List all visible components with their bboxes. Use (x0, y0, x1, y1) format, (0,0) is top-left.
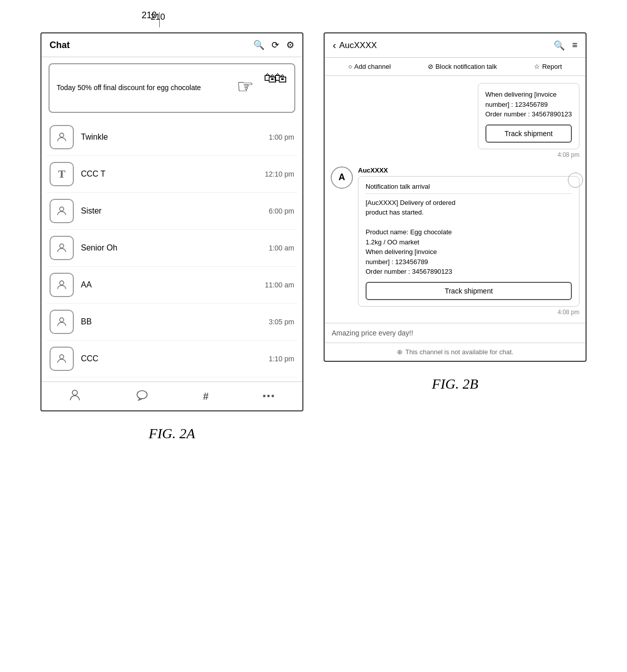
chat-item[interactable]: Twinkle 1:00 pm (47, 119, 297, 156)
report-label: Report (542, 63, 562, 70)
chat-item[interactable]: BB 3:05 pm (47, 304, 297, 341)
chat-item[interactable]: T CCC T 12:10 pm (47, 156, 297, 193)
message2-container: A AucXXXX Notification talk arrival [Auc… (331, 166, 579, 316)
message1-text: When delivering [invoice number] : 12345… (485, 90, 572, 119)
circle-decoration (568, 173, 583, 188)
channel-notice-text: This channel is not available for chat. (406, 348, 514, 356)
avatar (50, 273, 74, 297)
avatar (50, 236, 74, 260)
channel-actions-bar: ○ Add channel ⊘ Block notification talk … (325, 58, 586, 76)
avatar (50, 125, 74, 149)
svg-point-2 (60, 244, 64, 248)
block-label: Block notification talk (435, 63, 497, 70)
chat-name: AA (81, 280, 265, 289)
avatar: T (50, 162, 74, 186)
chat-name: CCC (81, 354, 268, 363)
profile-nav-icon[interactable] (68, 388, 81, 404)
chat2-title: AucXXXX (339, 40, 377, 51)
search-icon[interactable]: 🔍 (253, 39, 264, 51)
message1-time: 4:08 pm (478, 151, 579, 158)
back-title[interactable]: ‹ AucXXXX (333, 39, 377, 51)
more-nav-icon[interactable]: ••• (263, 391, 276, 402)
svg-point-4 (60, 318, 64, 322)
avatar (50, 199, 74, 223)
chat2-icons: 🔍 ≡ (554, 40, 577, 51)
menu-icon[interactable]: ≡ (572, 40, 577, 51)
messages-area: When delivering [invoice number] : 12345… (325, 76, 586, 323)
chat-list: Twinkle 1:00 pm T CCC T 12:10 pm Sister … (41, 119, 302, 377)
block-notification-action[interactable]: ⊘ Block notification talk (428, 63, 497, 70)
chat-time: 11:00 am (265, 281, 294, 289)
settings-icon[interactable]: ⚙ (286, 39, 294, 51)
ref-number-display: 210 (151, 12, 165, 22)
track-shipment-button-2[interactable]: Track shipment (366, 282, 572, 300)
chat-name: Sister (81, 206, 268, 216)
chat-header: Chat 🔍 ⟳ ⚙ (41, 33, 302, 57)
fig2b-phone: ‹ AucXXXX 🔍 ≡ ○ Add channel ⊘ Block noti… (324, 32, 587, 362)
fig2a-phone: Chat 🔍 ⟳ ⚙ Today 50% off final discount … (40, 32, 303, 411)
message2-content: AucXXXX Notification talk arrival [AucXX… (358, 166, 579, 316)
message1-content: When delivering [invoice number] : 12345… (478, 83, 579, 149)
chat-time: 1:00 am (268, 244, 294, 252)
svg-point-1 (60, 207, 64, 211)
svg-point-0 (60, 133, 64, 137)
add-channel-action[interactable]: ○ Add channel (348, 63, 391, 70)
star-icon: ☆ (534, 63, 540, 70)
bottom-nav: # ••• (41, 382, 302, 410)
chat-name: BB (81, 317, 268, 326)
chat-time: 6:00 pm (268, 207, 294, 215)
message2-avatar: A (331, 166, 353, 189)
chat-time: 12:10 pm (265, 170, 294, 178)
add-channel-label: Add channel (354, 63, 391, 70)
chat-nav-icon[interactable] (136, 388, 149, 404)
avatar-t-letter: T (58, 167, 66, 181)
fig2b-wrapper: ‹ AucXXXX 🔍 ≡ ○ Add channel ⊘ Block noti… (324, 32, 587, 392)
back-arrow-icon[interactable]: ‹ (333, 39, 336, 51)
svg-point-5 (60, 355, 64, 359)
svg-point-7 (137, 391, 147, 399)
chat-name: Senior Oh (81, 243, 268, 253)
message2-sender: AucXXXX (358, 166, 579, 174)
input-text: Amazing price every day!! (332, 329, 413, 337)
fig2a-wrapper: Chat 🔍 ⟳ ⚙ Today 50% off final discount … (40, 32, 303, 442)
avatar (50, 310, 74, 334)
chat-time: 1:10 pm (268, 355, 294, 363)
channel-notice: ⊕ This channel is not available for chat… (325, 343, 586, 361)
channel-notice-icon: ⊕ (397, 348, 402, 356)
chat-item[interactable]: AA 11:00 am (47, 267, 297, 304)
avatar (50, 347, 74, 371)
fig2a-label: FIG. 2A (149, 426, 195, 442)
chat-name: Twinkle (81, 133, 268, 142)
message2-time: 4:08 pm (358, 309, 579, 316)
message1-bubble: When delivering [invoice number] : 12345… (478, 83, 579, 158)
report-action[interactable]: ☆ Report (534, 63, 562, 70)
svg-point-6 (72, 390, 77, 395)
track-shipment-button-1[interactable]: Track shipment (485, 124, 572, 143)
fig2b-label: FIG. 2B (432, 376, 478, 392)
chat-time: 1:00 pm (268, 133, 294, 141)
message2-bubble: Notification talk arrival [AucXXXX] Deli… (358, 176, 579, 307)
add-channel-icon: ○ (348, 63, 352, 70)
chat-name: CCC T (81, 170, 265, 179)
chat2-header: ‹ AucXXXX 🔍 ≡ (325, 33, 586, 58)
notification-banner[interactable]: Today 50% off final discount for egg cho… (49, 63, 295, 113)
chat-time: 3:05 pm (268, 318, 294, 326)
banner-icons: ☞ 🛍 🛍 (237, 70, 287, 106)
hashtag-nav-icon[interactable]: # (203, 391, 208, 402)
search2-icon[interactable]: 🔍 (554, 40, 565, 51)
refresh-icon[interactable]: ⟳ (272, 39, 279, 51)
block-icon: ⊘ (428, 63, 433, 70)
input-bar[interactable]: Amazing price every day!! (325, 323, 586, 343)
chat-title: Chat (50, 40, 70, 51)
hand-cursor-icon: ☞ (237, 75, 254, 98)
notification-text: Today 50% off final discount for egg cho… (57, 83, 237, 93)
chat-item[interactable]: Sister 6:00 pm (47, 193, 297, 230)
bag-icon-2: 🛍 (274, 70, 287, 86)
chat-header-icons: 🔍 ⟳ ⚙ (253, 39, 294, 51)
chat-item[interactable]: Senior Oh 1:00 am (47, 230, 297, 267)
svg-point-3 (60, 281, 64, 285)
chat-item[interactable]: CCC 1:10 pm (47, 341, 297, 377)
message2-text: [AucXXXX] Delivery of ordered product ha… (366, 198, 572, 277)
notification-talk-label: Notification talk arrival (366, 183, 572, 194)
